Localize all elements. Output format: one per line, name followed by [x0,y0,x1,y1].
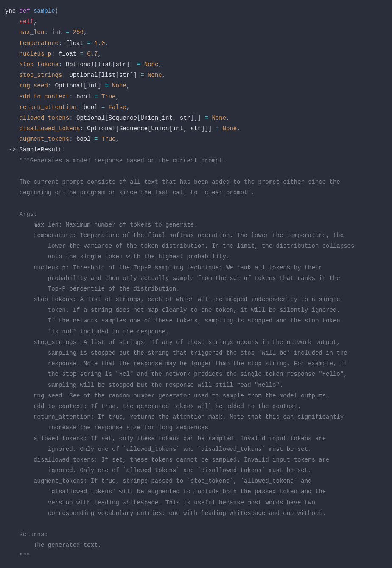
type-sequence: Sequence [109,115,137,121]
colon: : [59,40,66,47]
colon: : [62,146,65,153]
comma: , [162,72,165,78]
bracket: [ [84,82,87,89]
bracket: ]]] [201,125,212,132]
comma: , [126,104,130,111]
comma: , [226,115,230,121]
val-none: None [148,72,162,78]
eq: = [212,125,222,132]
eq: = [91,93,101,100]
type-optional: Optional [69,72,98,78]
comma: , [105,40,108,47]
colon: : [51,50,59,57]
eq: = [101,82,112,89]
eq: = [134,61,144,68]
eq: = [91,136,101,143]
type-optional: Optional [76,115,105,121]
val-none: None [144,61,159,68]
type-int: int [162,115,173,121]
bracket: ]]] [190,115,201,121]
colon: : [59,61,66,68]
eq: = [137,72,148,78]
arrow: -> [5,146,20,153]
bracket: [ [98,72,101,78]
type-str: str [190,125,201,132]
comma: , [158,61,162,68]
colon: : [76,104,84,111]
val-none: None [212,115,226,121]
eq: = [62,29,73,36]
bracket: [ [158,115,162,121]
fn-name: sample [34,8,55,14]
comma: , [126,82,130,89]
param-temperature: temperature [5,40,59,47]
bracket: [ [115,125,119,132]
val-1-0: 1.0 [94,40,105,47]
bracket: [ [105,115,108,121]
comma: , [98,50,101,57]
param-nucleus-p: nucleus_p [5,50,51,57]
param-allowed-tokens: allowed_tokens [5,115,69,121]
type-union: Union [140,115,158,121]
colon: : [48,82,55,89]
comma: , [84,29,87,36]
param-max-len: max_len [5,29,44,36]
type-str: str [119,72,130,78]
type-float: float [66,40,84,47]
val-256: 256 [73,29,84,36]
colon: : [44,29,51,36]
colon: : [69,93,76,100]
docstring: """Generates a model response based on t… [5,157,354,560]
val-true: True [101,136,116,143]
bracket: [ [148,125,151,132]
code-block: ync def sample( self, max_len: int = 256… [0,0,382,568]
type-optional: Optional [66,61,94,68]
type-str: str [115,61,126,68]
comma: , [173,115,180,121]
eq: = [98,104,108,111]
type-bool: bool [76,136,91,143]
param-rng-seed: rng_seed [5,82,48,89]
type-bool: bool [84,104,98,111]
type-list: list [101,72,116,78]
val-0-7: 0.7 [87,50,98,57]
type-str: str [180,115,190,121]
val-none: None [223,125,237,132]
bracket: ]] [130,72,137,78]
param-add-to-context: add_to_context [5,93,69,100]
val-false: False [109,104,126,111]
type-list: list [98,61,112,68]
type-float: float [59,50,76,57]
paren-open: ( [55,8,59,14]
bracket: [ [169,125,173,132]
comma: , [183,125,190,132]
eq: = [76,50,87,57]
type-int: int [51,29,62,36]
type-optional: Optional [87,125,115,132]
colon: : [80,125,87,132]
bracket: ]] [126,61,134,68]
eq: = [201,115,212,121]
kw-async: ync [5,8,20,14]
comma: , [115,93,119,100]
bracket: [ [115,72,119,78]
comma: , [237,125,240,132]
type-int: int [87,82,98,89]
type-bool: bool [76,93,91,100]
colon: : [62,72,69,78]
colon: : [69,136,76,143]
param-stop-strings: stop_strings [5,72,62,78]
bracket: ] [98,82,101,89]
val-true: True [101,93,116,100]
param-self: self [5,18,34,25]
type-sequence: Sequence [119,125,148,132]
param-return-attention: return_attention [5,104,76,111]
kw-def: def [20,8,34,14]
comma: , [34,18,37,25]
param-augment-tokens: augment_tokens [5,136,69,143]
param-disallowed-tokens: disallowed_tokens [5,125,80,132]
return-type: SampleResult [20,146,62,153]
val-none: None [112,82,126,89]
type-int: int [173,125,183,132]
colon: : [69,115,76,121]
